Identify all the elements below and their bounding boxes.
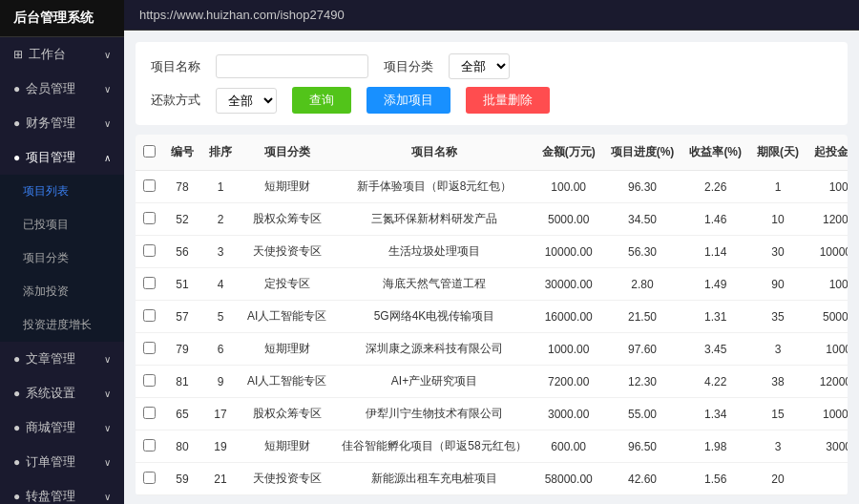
- row-name: 三氮环保新材料研发产品: [334, 203, 534, 236]
- shop-icon: ●: [13, 421, 20, 434]
- row-rate: 4.22: [681, 366, 749, 398]
- shop-arrow: ∨: [104, 423, 111, 433]
- sidebar-item-work[interactable]: ⊞ 工作台 ∨: [0, 37, 124, 72]
- row-checkbox[interactable]: [143, 407, 156, 419]
- row-period: 35: [749, 301, 807, 333]
- row-checkbox[interactable]: [143, 309, 156, 322]
- row-progress: 34.50: [603, 203, 682, 236]
- order-icon: ●: [13, 455, 20, 469]
- row-period: 38: [749, 366, 807, 398]
- row-checkbox[interactable]: [143, 212, 156, 224]
- col-progress: 项目进度(%): [603, 135, 682, 171]
- row-checkbox[interactable]: [143, 277, 156, 289]
- disk-icon: ●: [13, 490, 20, 503]
- row-checkbox[interactable]: [143, 244, 156, 257]
- project-category-select[interactable]: 全部: [449, 53, 510, 79]
- row-checkbox-cell: [136, 463, 163, 495]
- col-rate: 收益率(%): [681, 135, 749, 171]
- sidebar-item-label: 项目管理: [26, 149, 75, 166]
- table-row: 80 19 短期理财 佳谷智能孵化项目（即返58元红包） 600.00 96.5…: [136, 430, 848, 463]
- row-checkbox-cell: [136, 236, 163, 268]
- row-name: 5G网络4K电视传输项目: [334, 301, 534, 333]
- table-row: 79 6 短期理财 深圳康之源来科技有限公司 1000.00 97.60 3.4…: [136, 333, 848, 366]
- row-checkbox-cell: [136, 398, 163, 430]
- row-rate: 1.46: [681, 203, 749, 236]
- row-period: 3: [749, 333, 807, 366]
- row-checkbox[interactable]: [143, 342, 156, 354]
- project-name-input[interactable]: [216, 54, 368, 78]
- work-icon: ⊞: [13, 48, 23, 61]
- row-progress: 2.80: [603, 268, 682, 301]
- sidebar-item-label: 会员管理: [26, 80, 75, 97]
- member-arrow: ∨: [104, 84, 111, 94]
- sidebar-item-project[interactable]: ● 项目管理 ∧: [0, 140, 124, 175]
- batch-delete-button[interactable]: 批量删除: [466, 87, 550, 114]
- row-category: 短期理财: [240, 171, 334, 203]
- sidebar-sub-item-invested[interactable]: 已投项目: [0, 208, 124, 242]
- category-label: 项目分类: [23, 250, 69, 266]
- row-amount: 30000.00: [534, 268, 603, 301]
- sidebar-item-order[interactable]: ● 订单管理 ∨: [0, 445, 124, 479]
- main-content: https://www.huizhan.com/ishop27490 项目名称 …: [124, 0, 859, 504]
- row-category: AI人工智能专区: [240, 301, 334, 333]
- repayment-select[interactable]: 全部: [216, 88, 277, 114]
- repayment-label: 还款方式: [151, 92, 200, 109]
- sidebar-item-finance[interactable]: ● 财务管理 ∨: [0, 106, 124, 140]
- row-period: 20: [749, 463, 807, 495]
- row-progress: 55.00: [603, 398, 682, 430]
- sidebar-item-shop[interactable]: ● 商城管理 ∨: [0, 410, 124, 445]
- row-checkbox-cell: [136, 301, 163, 333]
- sidebar-item-article[interactable]: ● 文章管理 ∨: [0, 342, 124, 376]
- sidebar-sub-item-invest-increase[interactable]: 投资进度增长: [0, 308, 124, 342]
- work-arrow: ∨: [104, 50, 111, 60]
- row-sort: 3: [201, 236, 240, 268]
- sidebar-item-member[interactable]: ● 会员管理 ∨: [0, 72, 124, 106]
- filter-row-2: 还款方式 全部 查询 添加项目 批量删除: [151, 87, 832, 114]
- row-rate: 1.14: [681, 236, 749, 268]
- sidebar-item-label: 财务管理: [26, 115, 75, 132]
- row-progress: 96.30: [603, 171, 682, 203]
- sidebar-item-system[interactable]: ● 系统设置 ∨: [0, 376, 124, 410]
- row-id: 57: [163, 301, 201, 333]
- row-category: 天使投资专区: [240, 463, 334, 495]
- sidebar-sub-item-add-invest[interactable]: 添加投资: [0, 275, 124, 308]
- add-project-button[interactable]: 添加项目: [367, 87, 450, 114]
- row-checkbox[interactable]: [143, 472, 156, 484]
- row-checkbox[interactable]: [143, 439, 156, 452]
- row-name: 佳谷智能孵化项目（即返58元红包）: [334, 430, 534, 463]
- add-invest-label: 添加投资: [23, 284, 69, 300]
- col-sort: 排序: [201, 135, 240, 171]
- row-name: 深圳康之源来科技有限公司: [334, 333, 534, 366]
- row-progress: 12.30: [603, 366, 682, 398]
- row-checkbox[interactable]: [143, 374, 156, 387]
- sidebar-sub-item-project-list[interactable]: 项目列表: [0, 175, 124, 208]
- row-checkbox[interactable]: [143, 179, 156, 192]
- project-name-label: 项目名称: [151, 58, 200, 75]
- system-icon: ●: [13, 387, 20, 400]
- row-sort: 4: [201, 268, 240, 301]
- row-progress: 21.50: [603, 301, 682, 333]
- select-all-checkbox[interactable]: [143, 145, 156, 158]
- row-category: AI人工智能专区: [240, 366, 334, 398]
- row-mininvest: 100.00: [807, 171, 848, 203]
- sidebar-sub-project: 项目列表 已投项目 项目分类 添加投资 投资进度增长: [0, 175, 124, 342]
- order-arrow: ∨: [104, 457, 111, 468]
- article-arrow: ∨: [104, 354, 111, 365]
- row-amount: 3000.00: [534, 398, 603, 430]
- row-period: 90: [749, 268, 807, 301]
- row-category: 股权众筹专区: [240, 398, 334, 430]
- article-icon: ●: [13, 352, 20, 366]
- row-id: 81: [163, 366, 201, 398]
- finance-icon: ●: [13, 116, 20, 130]
- sidebar-item-label: 工作台: [29, 46, 66, 63]
- sidebar-item-disk[interactable]: ● 转盘管理 ∨: [0, 479, 124, 504]
- sidebar-sub-item-category[interactable]: 项目分类: [0, 242, 124, 275]
- query-button[interactable]: 查询: [292, 87, 351, 114]
- row-mininvest: 3000.00: [807, 430, 848, 463]
- header-checkbox-cell: [136, 135, 163, 171]
- row-category: 天使投资专区: [240, 236, 334, 268]
- row-rate: 1.49: [681, 268, 749, 301]
- row-mininvest: 50000.00: [807, 301, 848, 333]
- invest-increase-label: 投资进度增长: [23, 317, 92, 333]
- col-period: 期限(天): [749, 135, 807, 171]
